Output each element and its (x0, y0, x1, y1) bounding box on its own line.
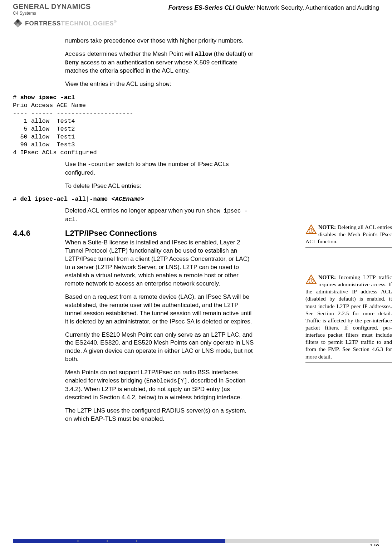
registered-mark: ® (114, 20, 117, 24)
page-header: GENERAL DYNAMICS C4 Systems Fortress ES-… (0, 0, 392, 16)
paragraph-delete-intro: To delete IPsec ACL entries: (65, 182, 255, 190)
command-del-name: -name (89, 196, 111, 203)
dot-icon (107, 540, 108, 542)
general-dynamics-logo: GENERAL DYNAMICS (13, 3, 91, 10)
paragraph-access: Access determines whether the Mesh Point… (65, 50, 255, 75)
warning-info-icon (305, 224, 317, 234)
paragraph-l2tp-intro: When a Suite-B license is installed and … (65, 239, 255, 288)
paragraph-es210: Currently the ES210 Mesh Point can only … (65, 331, 255, 364)
fortress-word: FORTRESS (25, 20, 61, 26)
paragraph-bss: Mesh Points do not support L2TP/IPsec on… (65, 369, 255, 401)
paragraph-l2tp-sa: Based on a request from a remote device … (65, 293, 255, 326)
content-area: numbers take precedence over those with … (0, 28, 392, 423)
warning-info-icon (305, 274, 317, 284)
dot-icon (77, 540, 79, 542)
guide-title: Fortress ES-Series CLI Guide: (168, 4, 255, 11)
acl-output: Prio Access ACE Name ---- ------ -------… (13, 102, 133, 156)
note-deleting-acl: NOTE: Deleting all ACL entries disables … (305, 224, 392, 248)
paragraph-lns-radius: The L2TP LNS uses the configured RADIUS … (65, 407, 255, 423)
code-counter-switch: -counter (88, 161, 115, 168)
svg-rect-6 (311, 229, 312, 231)
technologies-word: TECHNOLOGIES (61, 20, 114, 26)
code-enablewds: EnableWds[Y] (146, 378, 187, 384)
note-text: Incoming L2TP traffic requires administr… (305, 274, 392, 360)
paragraph-counter: Use the -counter switch to show the numb… (65, 160, 255, 177)
footer-dots (77, 540, 379, 542)
svg-point-7 (311, 228, 312, 229)
header-right: Fortress ES-Series CLI Guide: Network Se… (168, 3, 379, 11)
note-label: NOTE: (318, 274, 336, 280)
code-access: Access (65, 51, 86, 58)
arg-acename: <ACEname> (111, 196, 144, 203)
paragraph-deleted-entries: Deleted ACL entries no longer appear whe… (65, 207, 255, 224)
note-label: NOTE: (318, 224, 336, 230)
note-divider (305, 362, 392, 363)
command-del-all: del ipsec-acl -all (20, 196, 86, 203)
code-show: show (156, 81, 169, 88)
section-number: 4.4.6 (13, 229, 65, 238)
svg-rect-10 (311, 279, 312, 282)
codeblock-del-ipsec-acl: # del ipsec-acl -all|-name <ACEname> (13, 195, 379, 203)
svg-point-11 (311, 278, 312, 279)
fortress-text: FORTRESSTECHNOLOGIES® (25, 20, 117, 27)
command-show-ipsec-acl: show ipsec -acl (20, 94, 75, 101)
code-allow: Allow (195, 51, 212, 58)
dot-icon (136, 540, 137, 542)
header-left: GENERAL DYNAMICS C4 Systems (13, 3, 91, 16)
paragraph-precedence: numbers take precedence over those with … (65, 37, 255, 45)
fortress-diamond-icon (13, 18, 23, 28)
c4-systems-subtitle: C4 Systems (13, 11, 91, 16)
code-deny: Deny (65, 60, 79, 66)
codeblock-show-ipsec-acl: # show ipsec -acl Prio Access ACE Name -… (13, 94, 379, 157)
fortress-logo-row: FORTRESSTECHNOLOGIES® (0, 16, 392, 28)
note-divider (305, 247, 392, 248)
guide-subtitle: Network Security, Authentication and Aud… (255, 4, 379, 11)
page-number: 140 (369, 543, 379, 546)
paragraph-view-acl: View the entries in the ACL using show: (65, 80, 255, 89)
page-footer: 140 (13, 539, 379, 542)
note-incoming-l2tp: NOTE: Incoming L2TP traffic requires adm… (305, 274, 392, 363)
section-title: L2TP/IPsec Connections (65, 229, 157, 238)
